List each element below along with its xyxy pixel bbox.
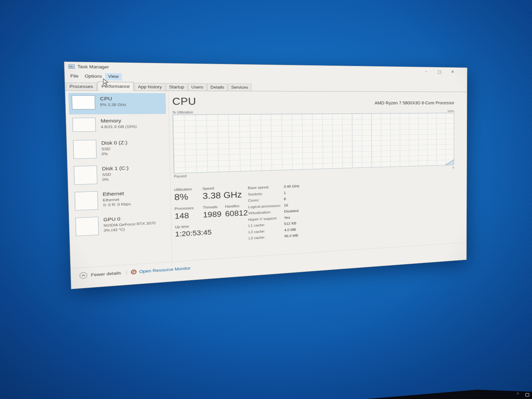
cpu-graph-thumbnail	[72, 95, 95, 109]
sidebar-item-sub2: 0%	[102, 177, 129, 182]
detail-value: 4.0 MB	[284, 227, 296, 234]
sidebar-item-disk0[interactable]: Disk 0 (Z:) SSD 0%	[70, 136, 167, 164]
y-max-label: 100%	[447, 109, 454, 113]
cpu-panel: CPU AMD Ryzen 7 5800X3D 8-Core Processor…	[172, 92, 454, 247]
resource-monitor-icon	[131, 269, 137, 275]
x-axis-right-label: 0	[452, 166, 454, 169]
tray-keyboard-icon[interactable]	[525, 393, 529, 397]
tab-app-history[interactable]: App history	[134, 83, 165, 91]
tray-chevron-icon[interactable]: ^	[517, 392, 519, 397]
tab-performance[interactable]: Performance	[97, 82, 134, 91]
titlebar[interactable]: Task Manager – □ ✕	[64, 62, 467, 76]
sidebar-item-ethernet[interactable]: Ethernet Ethernet S: 0 R: 0 Kbps	[71, 187, 168, 216]
ethernet-graph-thumbnail	[75, 191, 98, 210]
cpu-stats: Utilization 8% Speed 3.38 GHz Processes …	[174, 185, 249, 247]
tab-processes[interactable]: Processes	[66, 82, 97, 90]
detail-value: 16	[284, 203, 288, 209]
stat-processes: Processes 148	[174, 205, 203, 221]
detail-value: 3.40 GHz	[284, 184, 300, 191]
minimize-button[interactable]: –	[419, 68, 433, 75]
tab-startup[interactable]: Startup	[166, 83, 187, 91]
detail-value: Yes	[284, 215, 290, 222]
menu-options[interactable]: Options	[82, 73, 105, 80]
task-manager-window: Task Manager – □ ✕ File Options View Pro…	[64, 62, 467, 289]
stat-uptime: Up time 1:20:53:45	[175, 223, 212, 238]
stat-threads: Threads 1989	[203, 204, 225, 219]
window-title: Task Manager	[77, 64, 109, 69]
maximize-button[interactable]: □	[433, 68, 446, 75]
panel-title: CPU	[172, 96, 196, 107]
mouse-cursor	[103, 78, 109, 86]
footer-separator: |	[126, 270, 127, 275]
chart-status: Paused	[174, 174, 186, 178]
gpu-graph-thumbnail	[75, 217, 99, 236]
sidebar-item-sub2: S: 0 R: 0 Kbps	[103, 201, 131, 207]
window-controls: – □ ✕	[419, 68, 459, 76]
performance-sidebar: CPU 8% 3.38 GHz Memory 4.8/31.9 GB (15%)…	[69, 93, 172, 273]
chevron-up-circle-icon	[79, 272, 88, 279]
sidebar-item-title: CPU	[100, 96, 126, 101]
cpu-utilization-chart[interactable]	[172, 113, 454, 173]
close-button[interactable]: ✕	[446, 68, 459, 76]
tab-bar: Processes Performance App history Startu…	[65, 81, 467, 92]
stat-handles: Handles 60812	[225, 203, 248, 218]
menu-bar: File Options View	[67, 73, 122, 81]
disk0-graph-thumbnail	[73, 140, 97, 159]
desktop: Task Manager – □ ✕ File Options View Pro…	[0, 0, 532, 399]
memory-graph-thumbnail	[72, 118, 96, 132]
open-resource-monitor-link[interactable]: Open Resource Monitor	[139, 266, 191, 274]
sidebar-item-disk1[interactable]: Disk 1 (C:) SSD 0%	[71, 162, 167, 190]
tab-users[interactable]: Users	[188, 83, 207, 91]
processor-name: AMD Ryzen 7 5800X3D 8-Core Processor	[375, 100, 454, 107]
tab-services[interactable]: Services	[228, 83, 251, 91]
y-axis-label: % Utilization	[172, 110, 193, 114]
sidebar-item-cpu[interactable]: CPU 8% 3.38 GHz	[69, 93, 166, 115]
utilization-graph-line	[445, 159, 454, 165]
sidebar-item-sub: SSD	[101, 146, 128, 152]
stat-utilization: Utilization 8%	[174, 187, 203, 202]
sidebar-item-title: Ethernet	[103, 190, 131, 197]
sidebar-item-memory[interactable]: Memory 4.8/31.9 GB (15%)	[69, 115, 166, 137]
detail-value: 512 KB	[284, 221, 296, 228]
sidebar-item-sub2: 0%	[102, 151, 128, 156]
detail-value: 96.0 MB	[284, 233, 298, 240]
sidebar-item-sub: 8% 3.38 GHz	[100, 102, 126, 107]
fewer-details-button[interactable]: Fewer details	[91, 270, 121, 277]
sidebar-item-title: Disk 0 (Z:)	[101, 140, 128, 146]
menu-file[interactable]: File	[67, 73, 82, 80]
tab-details[interactable]: Details	[207, 83, 227, 91]
detail-value: 8	[284, 197, 286, 203]
detail-value: 1	[284, 191, 286, 197]
cpu-details: Base speed: 3.40 GHz Sockets: 1 Cores: 8…	[248, 183, 300, 243]
stat-speed: Speed 3.38 GHz	[202, 185, 242, 201]
sidebar-item-gpu0[interactable]: GPU 0 NVIDIA GeForce RTX 3070 3% (43 °C)	[72, 211, 169, 241]
detail-value: Disabled	[284, 209, 299, 216]
sidebar-item-sub: 4.8/31.9 GB (15%)	[101, 124, 137, 130]
task-manager-icon	[68, 64, 75, 68]
sidebar-item-title: Memory	[101, 118, 136, 124]
sidebar-item-title: Disk 1 (C:)	[102, 165, 129, 171]
disk1-graph-thumbnail	[74, 166, 98, 185]
